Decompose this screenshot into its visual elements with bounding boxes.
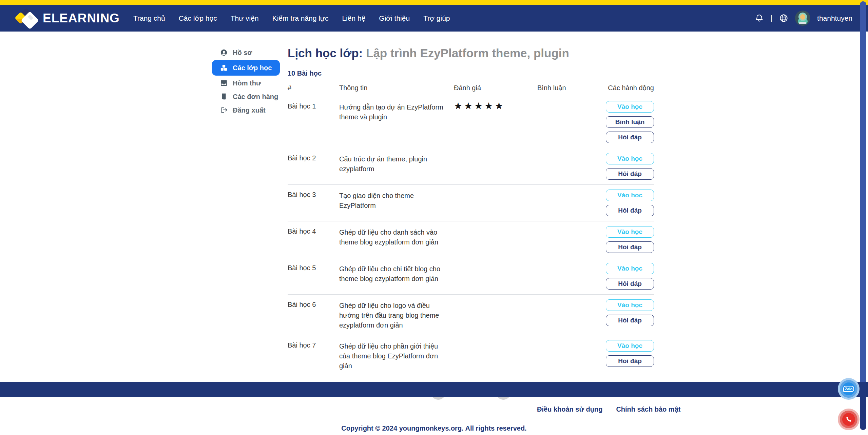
nav-item-lien-he[interactable]: Liên hệ bbox=[342, 14, 365, 22]
lesson-comment-cell bbox=[537, 263, 606, 290]
page: ELEARNING Trang chủ Các lớp học Thư viện… bbox=[0, 0, 868, 435]
page-title-course: Lập trình EzyPlatform theme, plugin bbox=[366, 46, 569, 60]
lesson-info: Ghép dữ liệu cho logo và điều hướng trên… bbox=[339, 299, 454, 330]
lesson-id: Bài học 4 bbox=[288, 226, 339, 253]
lesson-actions: Vào học Hỏi đáp bbox=[606, 226, 654, 253]
nav-item-thu-vien[interactable]: Thư viện bbox=[231, 14, 259, 22]
sidebar-item-ho-so[interactable]: Hồ sơ bbox=[212, 46, 280, 59]
vao-hoc-button[interactable]: Vào học bbox=[606, 190, 654, 201]
sidebar-item-cac-lop-hoc[interactable]: Các lớp học bbox=[212, 60, 280, 76]
lesson-actions: Vào học Hỏi đáp bbox=[606, 299, 654, 330]
lesson-id: Bài học 1 bbox=[288, 101, 339, 143]
lesson-comment-cell bbox=[537, 101, 606, 143]
privacy-link[interactable]: Chính sách bảo mật bbox=[616, 406, 680, 413]
hoi-dap-button[interactable]: Hỏi đáp bbox=[606, 241, 654, 253]
hoi-dap-button[interactable]: Hỏi đáp bbox=[606, 168, 654, 180]
lesson-info: Tạo giao diện cho theme EzyPlatform bbox=[339, 190, 454, 216]
sidebar-item-dang-xuat[interactable]: Đăng xuất bbox=[212, 103, 280, 117]
sidebar-item-label: Các đơn hàng bbox=[233, 93, 278, 101]
terms-link[interactable]: Điều khoản sử dụng bbox=[537, 406, 602, 413]
orders-receipt-icon bbox=[220, 93, 228, 100]
vao-hoc-button[interactable]: Vào học bbox=[606, 299, 654, 311]
binh-luan-button[interactable]: Bình luận bbox=[606, 116, 654, 128]
sidebar-item-label: Các lớp học bbox=[233, 64, 272, 72]
sidebar-item-label: Hồ sơ bbox=[233, 49, 252, 57]
vao-hoc-button[interactable]: Vào học bbox=[606, 340, 654, 352]
lesson-actions: Vào học Hỏi đáp bbox=[606, 153, 654, 180]
page-title-prefix: Lịch học lớp: bbox=[288, 46, 366, 60]
nav-item-kiem-tra-nang-luc[interactable]: Kiểm tra năng lực bbox=[272, 14, 329, 22]
lesson-info: Ghép dữ liệu cho phần giới thiệu của the… bbox=[339, 340, 454, 371]
lesson-info: Ghép dữ liệu cho danh sách vào theme blo… bbox=[339, 226, 454, 253]
lesson-actions: Vào học Hỏi đáp bbox=[606, 190, 654, 216]
table-row: Bài học 5 Ghép dữ liệu cho chi tiết blog… bbox=[288, 258, 654, 295]
sidebar-item-label: Hòm thư bbox=[233, 79, 261, 87]
lesson-id: Bài học 3 bbox=[288, 190, 339, 216]
lesson-rating-stars bbox=[454, 190, 537, 216]
lesson-comment-cell bbox=[537, 190, 606, 216]
lesson-rating-stars bbox=[454, 263, 537, 290]
phone-call-button[interactable] bbox=[838, 409, 860, 430]
lesson-id: Bài học 6 bbox=[288, 299, 339, 330]
vao-hoc-button[interactable]: Vào học bbox=[606, 263, 654, 274]
nav-item-cac-lop-hoc[interactable]: Các lớp học bbox=[179, 14, 217, 22]
lesson-rating-stars bbox=[454, 299, 537, 330]
col-header-danh-gia: Đánh giá bbox=[454, 84, 537, 92]
nav-menu: Trang chủ Các lớp học Thư viện Kiểm tra … bbox=[133, 14, 450, 22]
language-globe-icon[interactable] bbox=[779, 14, 788, 23]
username[interactable]: thanhtuyen bbox=[817, 14, 852, 22]
lesson-rating-stars bbox=[454, 340, 537, 371]
classes-cubes-icon bbox=[220, 64, 228, 72]
title-divider bbox=[288, 64, 654, 64]
col-header-index: # bbox=[288, 84, 339, 92]
nav-separator: | bbox=[771, 14, 772, 22]
hoi-dap-button[interactable]: Hỏi đáp bbox=[606, 132, 654, 143]
table-row: Bài học 4 Ghép dữ liệu cho danh sách vào… bbox=[288, 221, 654, 258]
hoi-dap-button[interactable]: Hỏi đáp bbox=[606, 278, 654, 290]
vao-hoc-button[interactable]: Vào học bbox=[606, 101, 654, 113]
zalo-chat-button[interactable]: Zalo bbox=[838, 378, 860, 400]
notification-bell-icon[interactable] bbox=[755, 14, 764, 23]
lesson-id: Bài học 5 bbox=[288, 263, 339, 290]
hoi-dap-button[interactable]: Hỏi đáp bbox=[606, 315, 654, 326]
page-scrollbar[interactable] bbox=[860, 1, 866, 430]
top-accent-bar bbox=[0, 0, 868, 5]
sidebar-item-cac-don-hang[interactable]: Các đơn hàng bbox=[212, 90, 280, 103]
table-header: # Thông tin Đánh giá Bình luận Các hành … bbox=[288, 82, 654, 96]
lesson-comment-cell bbox=[537, 153, 606, 180]
zalo-icon: Zalo bbox=[843, 386, 854, 392]
navbar: ELEARNING Trang chủ Các lớp học Thư viện… bbox=[0, 5, 868, 32]
inbox-icon bbox=[220, 79, 228, 87]
lesson-rating-stars: ★★★★★ bbox=[454, 101, 537, 143]
page-title: Lịch học lớp: Lập trình EzyPlatform them… bbox=[288, 46, 654, 61]
sidebar-item-hom-thu[interactable]: Hòm thư bbox=[212, 76, 280, 90]
lesson-actions: Vào học Hỏi đáp bbox=[606, 263, 654, 290]
lesson-info: Cấu trúc dự án theme, plugin ezyplatform bbox=[339, 153, 454, 180]
table-row: Bài học 6 Ghép dữ liệu cho logo và điều … bbox=[288, 295, 654, 335]
logo[interactable]: ELEARNING bbox=[16, 8, 120, 28]
vao-hoc-button[interactable]: Vào học bbox=[606, 226, 654, 238]
nav-item-trang-chu[interactable]: Trang chủ bbox=[133, 14, 165, 22]
col-header-binh-luan: Bình luận bbox=[537, 84, 606, 92]
footer-links: Điều khoản sử dụng Chính sách bảo mật bbox=[537, 406, 680, 413]
user-icon bbox=[220, 49, 228, 56]
hoi-dap-button[interactable]: Hỏi đáp bbox=[606, 355, 654, 367]
nav-item-tro-giup[interactable]: Trợ giúp bbox=[423, 14, 450, 22]
footer-bar bbox=[0, 382, 868, 397]
logo-icon bbox=[16, 8, 38, 28]
user-avatar[interactable] bbox=[795, 11, 810, 26]
hoi-dap-button[interactable]: Hỏi đáp bbox=[606, 205, 654, 216]
lesson-actions: Vào học Bình luận Hỏi đáp bbox=[606, 101, 654, 143]
copyright: Copyright © 2024 youngmonkeys.org. All r… bbox=[0, 424, 868, 432]
nav-right: | thanhtuyen bbox=[755, 11, 852, 26]
vao-hoc-button[interactable]: Vào học bbox=[606, 153, 654, 164]
logo-text: ELEARNING bbox=[43, 11, 120, 25]
table-row: Bài học 1 Hướng dẫn tạo dự án EzyPlatfor… bbox=[288, 96, 654, 148]
logout-icon bbox=[220, 106, 228, 114]
lesson-actions: Vào học Hỏi đáp bbox=[606, 340, 654, 371]
sidebar-item-label: Đăng xuất bbox=[233, 106, 266, 114]
lesson-comment-cell bbox=[537, 299, 606, 330]
lesson-count: 10 Bài học bbox=[288, 70, 654, 77]
main-content: Lịch học lớp: Lập trình EzyPlatform them… bbox=[288, 46, 654, 400]
nav-item-gioi-thieu[interactable]: Giới thiệu bbox=[379, 14, 410, 22]
